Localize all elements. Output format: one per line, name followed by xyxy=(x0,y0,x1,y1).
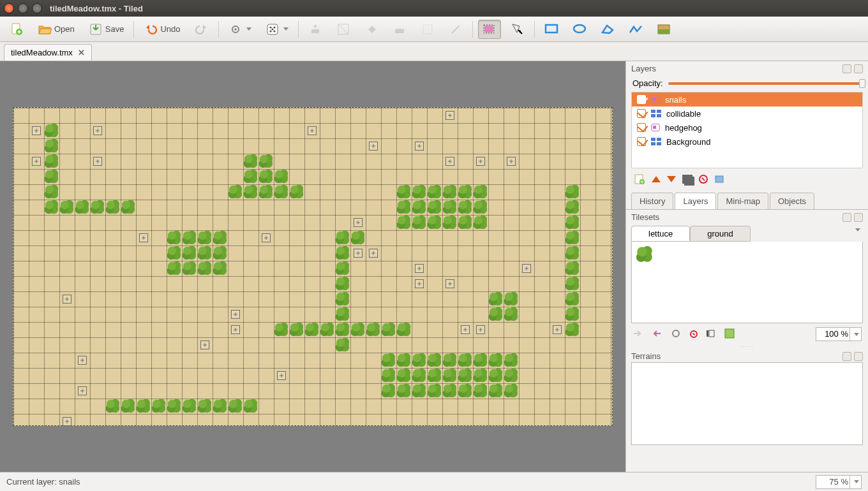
tab-history[interactable]: History xyxy=(631,193,673,210)
layer-visible-checkbox[interactable] xyxy=(637,137,646,146)
bush-tile[interactable] xyxy=(243,154,258,169)
bush-tile[interactable] xyxy=(258,184,274,200)
bush-tile[interactable] xyxy=(258,169,274,184)
bush-tile[interactable] xyxy=(442,353,458,368)
bush-tile[interactable] xyxy=(335,322,350,337)
tab-objects[interactable]: Objects xyxy=(770,193,814,210)
bush-tile[interactable] xyxy=(504,353,519,368)
bush-tile[interactable] xyxy=(565,246,580,261)
panel-close-button[interactable] xyxy=(854,352,863,361)
bush-tile[interactable] xyxy=(458,184,473,200)
bush-tile[interactable] xyxy=(427,215,442,230)
delete-layer-button[interactable] xyxy=(699,175,708,184)
bush-tile[interactable] xyxy=(412,368,427,383)
bush-tile[interactable] xyxy=(458,215,473,230)
bush-tile[interactable] xyxy=(335,246,350,261)
layers-list[interactable]: snailscollidablehedgehogBackground xyxy=(631,92,863,168)
bush-tile[interactable] xyxy=(504,291,519,307)
bush-tile[interactable] xyxy=(473,200,488,215)
bush-tile[interactable] xyxy=(350,230,366,246)
bush-tile[interactable] xyxy=(44,200,59,215)
bush-tile[interactable] xyxy=(396,353,412,368)
tileset-tab-ground[interactable]: ground xyxy=(690,226,750,242)
tab-minimap[interactable]: Mini-map xyxy=(717,193,768,210)
bush-tile[interactable] xyxy=(381,383,396,399)
bush-tile[interactable] xyxy=(565,276,580,291)
panel-close-button[interactable] xyxy=(854,213,863,222)
bush-tile[interactable] xyxy=(274,184,289,200)
undo-button[interactable]: Undo xyxy=(139,20,184,39)
bush-tile[interactable] xyxy=(197,399,213,414)
layer-row-hedgehog[interactable]: hedgehog xyxy=(632,121,862,135)
map-object[interactable] xyxy=(139,233,148,242)
bush-tile[interactable] xyxy=(381,353,396,368)
random-mode-button[interactable] xyxy=(261,20,293,39)
map-object[interactable] xyxy=(445,157,454,166)
window-minimize-button[interactable] xyxy=(18,3,28,13)
bush-tile[interactable] xyxy=(565,230,580,246)
bush-tile[interactable] xyxy=(335,276,350,291)
opacity-slider[interactable] xyxy=(668,82,862,85)
bush-tile[interactable] xyxy=(213,399,228,414)
map-object[interactable] xyxy=(93,126,102,135)
map-object[interactable] xyxy=(507,157,516,166)
map-object[interactable] xyxy=(277,371,286,380)
bush-tile[interactable] xyxy=(44,123,59,138)
bucket-fill-button[interactable] xyxy=(360,20,383,39)
other-layers-button[interactable] xyxy=(714,173,726,185)
bush-tile[interactable] xyxy=(289,322,304,337)
bush-tile[interactable] xyxy=(105,399,121,414)
insert-ellipse-button[interactable] xyxy=(568,20,591,39)
tab-layers[interactable]: Layers xyxy=(675,193,716,210)
bush-tile[interactable] xyxy=(565,215,580,230)
bush-tile[interactable] xyxy=(213,261,228,276)
slider-thumb[interactable] xyxy=(859,79,865,88)
canvas-zoom-input[interactable]: 75 % xyxy=(816,475,862,489)
panel-undock-button[interactable] xyxy=(842,352,851,361)
rename-tileset-button[interactable] xyxy=(705,328,717,340)
bush-tile[interactable] xyxy=(182,261,197,276)
bush-tile[interactable] xyxy=(350,322,366,337)
map-object[interactable] xyxy=(415,279,424,288)
bush-tile[interactable] xyxy=(442,200,458,215)
bush-tile[interactable] xyxy=(488,383,504,399)
bush-tile[interactable] xyxy=(335,307,350,322)
bush-tile[interactable] xyxy=(304,322,320,337)
bush-tile[interactable] xyxy=(396,322,412,337)
bush-tile[interactable] xyxy=(504,307,519,322)
bush-tile[interactable] xyxy=(167,246,182,261)
bush-tile[interactable] xyxy=(442,184,458,200)
bush-tile[interactable] xyxy=(167,230,182,246)
bush-tile[interactable] xyxy=(243,184,258,200)
move-layer-up-button[interactable] xyxy=(652,176,661,182)
terrains-list[interactable] xyxy=(631,362,863,445)
open-button[interactable]: Open xyxy=(33,20,79,39)
map-object[interactable] xyxy=(354,249,363,258)
new-file-button[interactable] xyxy=(5,20,28,39)
bush-tile[interactable] xyxy=(335,291,350,307)
bush-tile[interactable] xyxy=(458,353,473,368)
map-object[interactable] xyxy=(369,249,378,258)
chevron-down-icon[interactable] xyxy=(849,476,861,488)
eraser-button[interactable] xyxy=(388,20,411,39)
edit-polygons-button[interactable] xyxy=(506,20,529,39)
command-menu-button[interactable] xyxy=(224,20,256,39)
chevron-down-icon[interactable] xyxy=(849,328,861,341)
terrain-brush-button[interactable] xyxy=(332,20,355,39)
map-canvas-area[interactable] xyxy=(0,61,625,472)
layer-row-Background[interactable]: Background xyxy=(632,135,862,149)
bush-tile[interactable] xyxy=(488,307,504,322)
bush-tile[interactable] xyxy=(427,200,442,215)
map-object[interactable] xyxy=(93,157,102,166)
close-tab-icon[interactable]: ✕ xyxy=(78,48,85,57)
map-object[interactable] xyxy=(354,218,363,227)
bush-tile[interactable] xyxy=(565,184,580,200)
bush-tile[interactable] xyxy=(396,383,412,399)
bush-tile[interactable] xyxy=(197,261,213,276)
magic-wand-button[interactable] xyxy=(444,20,467,39)
bush-tile[interactable] xyxy=(565,307,580,322)
map-object[interactable] xyxy=(63,417,71,426)
bush-tile[interactable] xyxy=(366,322,381,337)
import-tileset-button[interactable] xyxy=(652,328,663,340)
tileset-menu-chevron-icon[interactable] xyxy=(855,228,860,231)
